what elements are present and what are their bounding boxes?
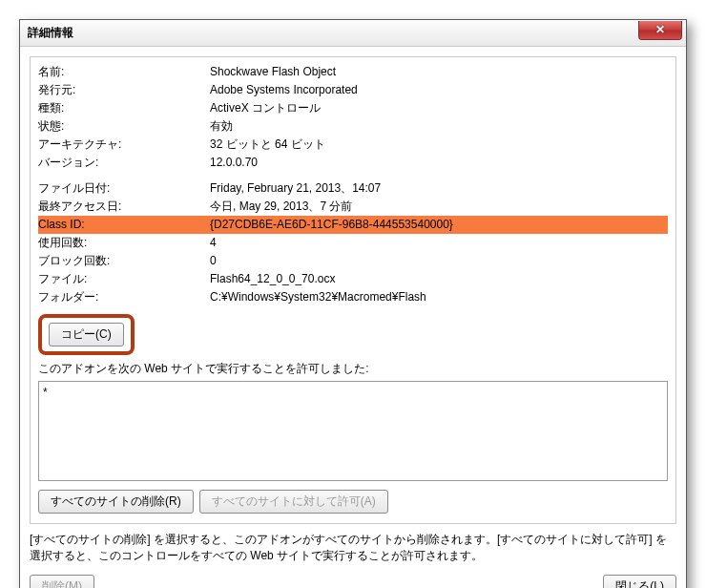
delete-button[interactable]: 削除(M) xyxy=(30,575,94,588)
close-icon[interactable]: ✕ xyxy=(638,21,682,40)
property-label: 状態: xyxy=(38,117,210,136)
property-label: 種類: xyxy=(38,99,210,117)
property-label: バージョン: xyxy=(38,154,210,172)
property-value: Adobe Systems Incorporated xyxy=(210,81,668,99)
property-row: フォルダー: C:¥Windows¥System32¥Macromed¥Flas… xyxy=(38,288,668,306)
property-value: 12.0.0.70 xyxy=(210,154,668,172)
property-row: 発行元: Adobe Systems Incorporated xyxy=(38,81,668,99)
property-value: Flash64_12_0_0_70.ocx xyxy=(210,270,668,288)
dialog-title: 詳細情報 xyxy=(28,25,638,41)
property-label: 最終アクセス日: xyxy=(38,198,210,216)
property-value: 有効 xyxy=(210,117,668,136)
property-value: 今日, May 29, 2013、7 分前 xyxy=(210,198,668,216)
property-label: Class ID: xyxy=(38,216,210,234)
allow-all-sites-button[interactable]: すべてのサイトに対して許可(A) xyxy=(199,490,388,514)
property-row: ブロック回数: 0 xyxy=(38,252,668,270)
property-label: 発行元: xyxy=(38,81,210,99)
property-row: ファイル日付: Friday, February 21, 2013、14:07 xyxy=(38,179,668,198)
copy-button[interactable]: コピー(C) xyxy=(49,323,124,346)
property-label: アーキテクチャ: xyxy=(38,136,210,154)
property-label: ファイル日付: xyxy=(38,179,210,198)
property-value: Friday, February 21, 2013、14:07 xyxy=(210,179,668,198)
property-value: 4 xyxy=(210,234,668,252)
copy-highlight: コピー(C) xyxy=(38,314,135,355)
help-text: [すべてのサイトの削除] を選択すると、このアドオンがすべてのサイトから削除され… xyxy=(30,532,676,565)
property-value: Shockwave Flash Object xyxy=(210,63,668,81)
property-row: 状態: 有効 xyxy=(38,117,668,136)
property-value: 0 xyxy=(210,252,668,270)
property-value: 32 ビットと 64 ビット xyxy=(210,136,668,154)
property-row: 名前: Shockwave Flash Object xyxy=(38,63,668,81)
property-label: 使用回数: xyxy=(38,234,210,252)
remove-all-sites-button[interactable]: すべてのサイトの削除(R) xyxy=(38,490,194,514)
property-value: C:¥Windows¥System32¥Macromed¥Flash xyxy=(210,288,668,306)
property-row: バージョン: 12.0.0.70 xyxy=(38,154,668,172)
info-panel: 名前: Shockwave Flash Object 発行元: Adobe Sy… xyxy=(30,56,676,524)
property-label: ファイル: xyxy=(38,270,210,288)
property-row: 最終アクセス日: 今日, May 29, 2013、7 分前 xyxy=(38,198,668,216)
property-value: {D27CDB6E-AE6D-11CF-96B8-444553540000} xyxy=(210,216,668,234)
titlebar: 詳細情報 ✕ xyxy=(20,20,686,47)
allowed-sites-box[interactable] xyxy=(38,381,668,481)
property-row: ファイル: Flash64_12_0_0_70.ocx xyxy=(38,270,668,288)
property-value: ActiveX コントロール xyxy=(210,99,668,117)
property-label: フォルダー: xyxy=(38,288,210,306)
property-label: ブロック回数: xyxy=(38,252,210,270)
sites-section-label: このアドオンを次の Web サイトで実行することを許可しました: xyxy=(38,361,668,377)
property-label: 名前: xyxy=(38,63,210,81)
property-row: 種類: ActiveX コントロール xyxy=(38,99,668,117)
property-row: アーキテクチャ: 32 ビットと 64 ビット xyxy=(38,136,668,154)
property-row-highlight: Class ID: {D27CDB6E-AE6D-11CF-96B8-44455… xyxy=(38,216,668,234)
dialog-window: 詳細情報 ✕ 名前: Shockwave Flash Object 発行元: A… xyxy=(19,19,687,588)
close-button[interactable]: 閉じる(L) xyxy=(603,575,676,588)
property-row: 使用回数: 4 xyxy=(38,234,668,252)
